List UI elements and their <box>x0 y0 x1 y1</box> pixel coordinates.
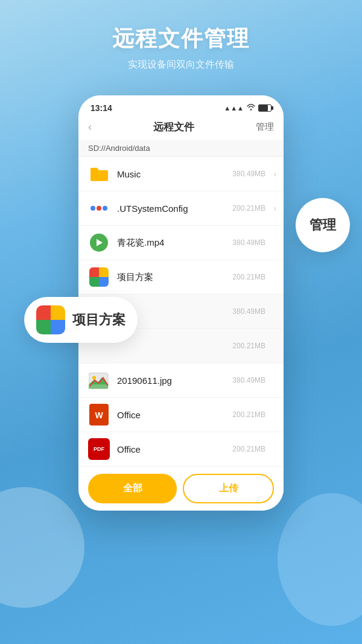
bottom-bar: 全部 上传 <box>78 467 284 511</box>
status-bar: 13:14 ▲▲▲ <box>78 95 284 116</box>
balloon-manage-text: 管理 <box>310 216 336 234</box>
nav-title: 远程文件 <box>153 120 194 134</box>
file-size-music: 380.49MB <box>232 170 265 178</box>
project-icon-q4 <box>51 320 65 334</box>
office-word-icon: W <box>88 404 110 426</box>
project-icon-q1 <box>36 305 51 320</box>
btn-upload[interactable]: 上传 <box>183 474 274 503</box>
bg-blob-right <box>278 493 362 626</box>
path-bar: SD://Android/data <box>78 140 284 157</box>
phone-container: 管理 项目方案 13:14 ▲▲▲ <box>0 95 362 511</box>
file-item-utsystem[interactable]: .UTSystemConfig 200.21MB › <box>78 191 284 226</box>
file-size-empty: 200.21MB <box>232 342 265 350</box>
file-item-project[interactable]: 项目方案 200.21MB <box>78 260 284 295</box>
nav-bar: ‹ 远程文件 管理 <box>78 116 284 140</box>
path-text: SD://Android/data <box>88 144 150 153</box>
btn-all[interactable]: 全部 <box>88 474 177 503</box>
project-icon <box>36 305 65 334</box>
svg-text:PDF: PDF <box>94 446 105 452</box>
file-item-jpg[interactable]: 20190611.jpg 380.49MB <box>78 363 284 398</box>
svg-point-6 <box>92 376 96 380</box>
file-item-office-pdf[interactable]: PDF Office 200.21MB <box>78 432 284 467</box>
balloon-project-text: 项目方案 <box>72 311 125 329</box>
music-icon-mp4 <box>88 232 110 253</box>
balloon-project: 项目方案 <box>24 297 138 343</box>
file-size-project: 200.21MB <box>232 273 265 281</box>
hero-subtitle: 实现设备间双向文件传输 <box>12 59 350 71</box>
file-size-office-pdf: 200.21MB <box>232 445 265 453</box>
folder-icon-music <box>88 163 110 185</box>
chevron-music: › <box>273 169 276 179</box>
chevron-utsystem: › <box>273 203 276 213</box>
project-icon-q3 <box>36 320 51 334</box>
file-item-office-word[interactable]: W Office 200.21MB <box>78 398 284 432</box>
project-icon-q2 <box>51 305 65 320</box>
battery-icon <box>258 104 272 112</box>
status-icons: ▲▲▲ <box>224 103 272 113</box>
signal-icon: ▲▲▲ <box>224 104 244 112</box>
jpg-icon <box>88 369 110 391</box>
project-folder-icon <box>88 266 110 288</box>
hero-title: 远程文件管理 <box>12 24 350 54</box>
file-size-utsystem: 200.21MB <box>232 204 265 212</box>
file-size-photos: 380.49MB <box>232 307 265 316</box>
file-size-mp4: 380.49MB <box>232 238 265 247</box>
office-pdf-icon: PDF <box>88 438 110 460</box>
dots-icon-utsystem <box>88 197 110 219</box>
wifi-icon <box>246 103 256 113</box>
status-time: 13:14 <box>91 103 112 113</box>
file-item-music[interactable]: Music 380.49MB › <box>78 157 284 191</box>
nav-action[interactable]: 管理 <box>256 121 274 133</box>
nav-back-button[interactable]: ‹ <box>88 121 92 133</box>
file-size-office-word: 200.21MB <box>232 410 265 419</box>
balloon-manage: 管理 <box>296 198 350 252</box>
file-item-mp4[interactable]: 青花瓷.mp4 380.49MB <box>78 226 284 260</box>
file-size-jpg: 380.49MB <box>232 376 265 384</box>
svg-text:W: W <box>95 410 103 420</box>
hero-section: 远程文件管理 实现设备间双向文件传输 <box>0 0 362 83</box>
